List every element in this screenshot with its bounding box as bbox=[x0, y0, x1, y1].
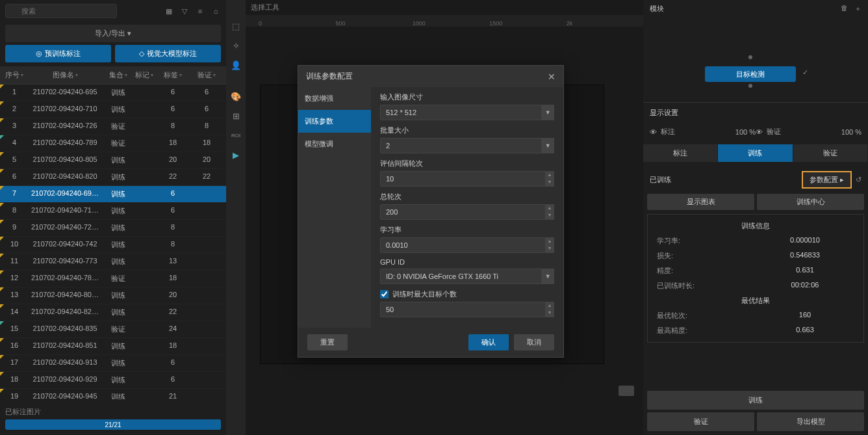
cancel-button[interactable]: 取消 bbox=[514, 334, 554, 350]
table-row[interactable]: 16210702-094240-851训练18 bbox=[0, 338, 226, 355]
sort-icon[interactable]: ≡ bbox=[195, 6, 205, 16]
train-center-button[interactable]: 训练中心 bbox=[757, 194, 864, 210]
module-title: 模块 bbox=[650, 4, 664, 14]
close-icon[interactable]: ✕ bbox=[548, 72, 555, 82]
table-row[interactable]: 9210702-094240-72…训练8 bbox=[0, 220, 226, 237]
spin-up-icon[interactable]: ▲ bbox=[546, 205, 554, 212]
input-size-select[interactable]: 512 * 512 bbox=[380, 105, 542, 120]
model-icon: ◇ bbox=[139, 49, 144, 58]
table-row[interactable]: 4210702-094240-789验证1818 bbox=[0, 135, 226, 152]
home-icon[interactable]: ⌂ bbox=[211, 6, 221, 16]
table-row[interactable]: 1210702-094240-695训练66 bbox=[0, 85, 226, 101]
tag-tool-icon[interactable]: ⊞ bbox=[229, 109, 242, 122]
best-result-title: 最优结果 bbox=[652, 293, 860, 308]
chevron-down-icon[interactable]: ▼ bbox=[542, 105, 554, 120]
display-settings-title: 显示设置 bbox=[643, 102, 868, 123]
keyboard-icon[interactable] bbox=[619, 386, 634, 396]
col-name[interactable]: 图像名 bbox=[26, 70, 104, 80]
vis-val-pct: 100 % bbox=[841, 128, 862, 136]
pretrain-annotate-button[interactable]: ◎预训练标注 bbox=[5, 45, 111, 62]
spin-up-icon[interactable]: ▲ bbox=[546, 302, 554, 310]
person-tool-icon[interactable]: 👤 bbox=[229, 59, 242, 72]
export-model-button[interactable]: 导出模型 bbox=[757, 412, 864, 431]
tab-标注[interactable]: 标注 bbox=[643, 144, 718, 162]
crop-tool-icon[interactable]: ⬚ bbox=[229, 20, 242, 33]
category-icon[interactable]: ▦ bbox=[164, 6, 174, 16]
chevron-down-icon[interactable]: ▼ bbox=[542, 138, 554, 153]
import-export-button[interactable]: 导入/导出 ▾ bbox=[5, 25, 221, 42]
tools-strip: ⬚ ✧ 👤 🎨 ⊞ ROI ▶ bbox=[226, 0, 246, 435]
col-val[interactable]: 验证 bbox=[190, 70, 223, 80]
table-row[interactable]: 11210702-094240-773训练13 bbox=[0, 254, 226, 270]
filter-icon[interactable]: ▽ bbox=[179, 6, 190, 16]
search-input[interactable] bbox=[5, 4, 117, 18]
info-row: 最高精度:0.663 bbox=[652, 323, 860, 338]
table-row[interactable]: 10210702-094240-742训练8 bbox=[0, 237, 226, 254]
confirm-button[interactable]: 确认 bbox=[468, 334, 509, 350]
table-row[interactable]: 15210702-094240-835验证24 bbox=[0, 321, 226, 338]
roi-tool-icon[interactable]: ROI bbox=[229, 129, 242, 142]
dialog-side-item[interactable]: 模型微调 bbox=[298, 133, 371, 155]
play-tool-icon[interactable]: ▶ bbox=[229, 148, 242, 161]
eye-icon[interactable] bbox=[756, 128, 763, 136]
table-row[interactable]: 19210702-094240-945训练21 bbox=[0, 389, 226, 399]
show-chart-button[interactable]: 显示图表 bbox=[647, 194, 754, 210]
search-bar: 🔍 ▦ ▽ ≡ ⌂ bbox=[0, 0, 226, 22]
reset-button[interactable]: 重置 bbox=[307, 334, 348, 350]
table-row[interactable]: 7210702-094240-69…训练6 bbox=[0, 186, 226, 203]
table-row[interactable]: 3210702-094240-726验证88 bbox=[0, 118, 226, 135]
dialog-side-item[interactable]: 数据增强 bbox=[298, 87, 371, 110]
spin-down-icon[interactable]: ▼ bbox=[546, 245, 554, 252]
batch-select[interactable]: 2 bbox=[380, 138, 542, 153]
table-row[interactable]: 8210702-094240-71…训练6 bbox=[0, 203, 226, 220]
spin-down-icon[interactable]: ▼ bbox=[546, 179, 554, 186]
eye-icon[interactable] bbox=[650, 128, 657, 136]
table-row[interactable]: 12210702-094240-78…验证18 bbox=[0, 270, 226, 287]
table-row[interactable]: 17210702-094240-913训练6 bbox=[0, 355, 226, 372]
progress-text: 21/21 bbox=[105, 421, 121, 428]
max-targets-checkbox[interactable] bbox=[380, 290, 389, 298]
col-tag[interactable]: 标签 bbox=[156, 70, 190, 80]
history-icon[interactable]: ↺ bbox=[856, 176, 862, 184]
detection-node[interactable]: 目标检测 bbox=[705, 66, 796, 82]
gpu-label: GPU ID bbox=[380, 258, 554, 266]
spin-down-icon[interactable]: ▼ bbox=[546, 212, 554, 219]
spin-up-icon[interactable]: ▲ bbox=[546, 172, 554, 179]
dialog-title: 训练参数配置 bbox=[306, 71, 353, 82]
verify-button[interactable]: 验证 bbox=[647, 412, 754, 431]
spin-up-icon[interactable]: ▲ bbox=[546, 238, 554, 245]
table-row[interactable]: 5210702-094240-805训练2020 bbox=[0, 152, 226, 169]
palette-tool-icon[interactable]: 🎨 bbox=[229, 90, 242, 103]
table-row[interactable]: 18210702-094240-929训练6 bbox=[0, 372, 226, 389]
visual-model-annotate-button[interactable]: ◇视觉大模型标注 bbox=[115, 45, 221, 62]
table-row[interactable]: 14210702-094240-82…训练22 bbox=[0, 304, 226, 321]
add-icon[interactable]: ＋ bbox=[854, 4, 862, 14]
table-row[interactable]: 2210702-094240-710训练66 bbox=[0, 101, 226, 118]
delete-icon[interactable]: 🗑 bbox=[841, 4, 848, 14]
param-config-button[interactable]: 参数配置▸ bbox=[802, 171, 852, 189]
chevron-right-icon: ▸ bbox=[840, 176, 844, 184]
gpu-select[interactable]: ID: 0 NVIDIA GeForce GTX 1660 Ti bbox=[380, 269, 542, 284]
magic-tool-icon[interactable]: ✧ bbox=[229, 39, 242, 52]
node-graph[interactable]: 目标检测 ✓ bbox=[643, 18, 868, 102]
tab-训练[interactable]: 训练 bbox=[718, 144, 793, 162]
train-button[interactable]: 训练 bbox=[647, 391, 864, 410]
max-targets-input[interactable]: 50 bbox=[380, 302, 546, 317]
table-row[interactable]: 13210702-094240-80…训练20 bbox=[0, 287, 226, 304]
dialog-side-item[interactable]: 训练参数 bbox=[298, 110, 371, 133]
epochs-input[interactable]: 200 bbox=[380, 204, 546, 220]
lr-label: 学习率 bbox=[380, 225, 554, 235]
col-set[interactable]: 集合 bbox=[104, 70, 133, 80]
canvas-title: 选择工具 bbox=[246, 0, 643, 15]
table-row[interactable]: 6210702-094240-820训练2222 bbox=[0, 169, 226, 186]
spin-down-icon[interactable]: ▼ bbox=[546, 310, 554, 317]
input-size-label: 输入图像尺寸 bbox=[380, 92, 554, 102]
node-check-icon[interactable]: ✓ bbox=[802, 68, 808, 77]
col-mark[interactable]: 标记 bbox=[133, 70, 156, 80]
eval-interval-input[interactable]: 10 bbox=[380, 171, 546, 187]
chevron-down-icon[interactable]: ▼ bbox=[542, 269, 554, 284]
tab-验证[interactable]: 验证 bbox=[793, 144, 868, 162]
lr-input[interactable]: 0.0010 bbox=[380, 237, 546, 253]
col-seq[interactable]: 序号 bbox=[3, 70, 26, 80]
info-row: 已训练时长:00:02:06 bbox=[652, 278, 860, 293]
